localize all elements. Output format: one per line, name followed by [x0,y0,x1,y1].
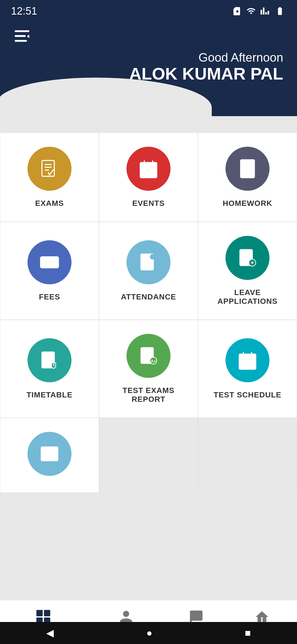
test-schedule-label: TEST SCHEDULE [214,391,281,399]
svg-rect-57 [246,360,249,362]
leave-icon-circle [226,236,270,280]
test-schedule-icon [237,349,258,371]
homework-icon [237,158,258,180]
test-exams-icon: A+ [138,345,160,367]
android-nav-bar: ◀ ● ■ [0,622,297,644]
lms-icon: LMS [38,443,61,465]
grid-row-1: EXAMS EVENTS [0,133,297,418]
timetable-tile[interactable]: TimeTable [0,320,99,418]
svg-rect-2 [15,40,27,42]
status-icons [233,6,286,16]
svg-rect-14 [151,169,154,171]
menu-icon[interactable] [14,30,283,45]
events-label: EVENTS [132,199,165,208]
back-button[interactable]: ◀ [46,627,54,639]
leave-icon [237,247,258,269]
battery-icon [274,6,286,16]
leave-applications-tile[interactable]: LEAVE APPLICATIONS [198,222,297,320]
svg-rect-28 [42,258,46,260]
svg-rect-17 [151,172,154,174]
svg-rect-59 [241,364,244,366]
leave-label: LEAVE APPLICATIONS [218,288,277,306]
exams-icon [38,158,61,180]
attendance-tile[interactable]: ATTENDANCE [99,222,198,320]
timetable-icon-circle [28,338,72,382]
svg-rect-60 [246,364,249,366]
lms-icon-circle: LMS [28,432,72,476]
events-icon-circle [127,147,170,191]
svg-text:LMS: LMS [44,451,55,457]
svg-rect-56 [241,360,244,362]
lms-tile[interactable]: LMS [0,418,99,493]
greeting-text: Good Afternoon [14,51,283,64]
fees-label: FEES [39,293,60,301]
fees-icon-circle [28,240,72,284]
svg-rect-16 [147,172,150,174]
empty-cell-2 [198,418,297,493]
wifi-icon [246,6,256,16]
fees-icon [38,251,61,273]
recent-button[interactable]: ■ [245,627,251,639]
events-tile[interactable]: EVENTS [99,133,198,222]
svg-rect-63 [36,610,43,616]
homework-label: HOMEWORK [223,199,273,208]
svg-rect-1 [15,35,26,37]
sim-icon [233,6,242,16]
svg-rect-13 [147,169,150,171]
fees-tile[interactable]: FEES [0,222,99,320]
svg-rect-58 [251,360,254,362]
status-time: 12:51 [11,5,37,17]
homework-icon-circle [226,147,270,191]
svg-rect-19 [243,160,245,178]
svg-point-31 [150,254,155,260]
svg-point-24 [249,170,250,171]
signal-icon [260,6,270,16]
home-button[interactable]: ● [146,627,152,639]
user-name: ALOK KUMAR PAL [14,64,283,83]
empty-cell-1 [99,418,198,493]
test-exams-report-tile[interactable]: A+ TEST EXAMS REPORT [99,320,198,418]
svg-rect-12 [143,169,146,171]
svg-text:A+: A+ [151,359,156,363]
greeting-section: Good Afternoon ALOK KUMAR PAL [14,51,283,83]
svg-marker-3 [27,34,29,38]
timetable-icon [38,349,61,371]
exams-icon-circle [28,147,72,191]
test-exams-label: TEST EXAMS REPORT [123,386,175,404]
test-exams-icon-circle: A+ [127,334,170,378]
attendance-label: ATTENDANCE [121,293,176,301]
attendance-icon-circle [127,240,170,284]
main-content: EXAMS EVENTS [0,133,297,570]
exams-tile[interactable]: EXAMS [0,133,99,222]
svg-rect-0 [15,30,29,32]
attendance-icon [138,251,160,273]
events-icon [138,158,160,180]
svg-rect-4 [42,160,54,176]
timetable-label: TimeTable [26,391,72,399]
svg-rect-15 [143,172,146,174]
status-bar: 12:51 [0,0,297,22]
grid-partial-row: LMS [0,418,297,493]
homework-tile[interactable]: HOMEWORK [198,133,297,222]
exams-label: EXAMS [35,199,64,208]
header: Good Afternoon ALOK KUMAR PAL [0,22,297,116]
test-schedule-tile[interactable]: TEST SCHEDULE [198,320,297,418]
test-schedule-icon-circle [226,338,270,382]
svg-rect-64 [44,610,50,616]
